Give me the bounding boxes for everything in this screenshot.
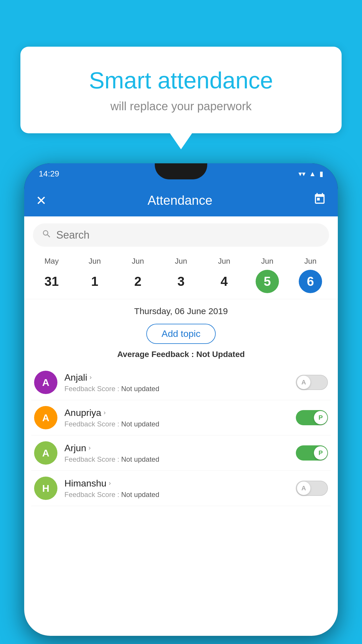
student-avatar: A xyxy=(34,441,57,465)
student-avatar: A xyxy=(34,406,57,429)
student-item[interactable]: HHimanshu ›Feedback Score : Not updatedA xyxy=(31,471,331,506)
cal-date-number[interactable]: 1 xyxy=(83,270,106,293)
calendar-day[interactable]: May31 xyxy=(40,257,63,293)
battery-icon: ▮ xyxy=(319,170,323,178)
student-list: AAnjali ›Feedback Score : Not updatedAAA… xyxy=(24,365,338,506)
phone-frame: 14:29 ▾▾ ▲ ▮ ✕ Attendance May31Jun1 xyxy=(24,163,338,636)
student-feedback: Feedback Score : Not updated xyxy=(64,491,296,499)
cal-month-label: Jun xyxy=(132,257,144,266)
app-bar-title: Attendance xyxy=(147,193,212,208)
cal-date-number[interactable]: 2 xyxy=(126,270,150,293)
avg-feedback-label: Average Feedback : xyxy=(117,350,194,359)
cal-date-number[interactable]: 3 xyxy=(169,270,193,293)
calendar-day[interactable]: Jun2 xyxy=(126,257,150,293)
student-name: Anjali › xyxy=(64,372,296,383)
cal-month-label: May xyxy=(44,257,59,266)
search-input[interactable] xyxy=(56,229,320,241)
status-time: 14:29 xyxy=(39,169,59,178)
student-feedback: Feedback Score : Not updated xyxy=(64,420,296,428)
avg-feedback: Average Feedback : Not Updated xyxy=(24,350,338,359)
avg-feedback-value: Not Updated xyxy=(196,350,245,359)
chevron-icon: › xyxy=(89,374,92,381)
speech-bubble: Smart attendance will replace your paper… xyxy=(20,47,342,133)
speech-bubble-title: Smart attendance xyxy=(44,67,318,94)
calendar-day[interactable]: Jun5 xyxy=(256,257,279,293)
close-icon[interactable]: ✕ xyxy=(36,193,47,208)
attendance-toggle[interactable]: P xyxy=(296,445,328,461)
status-bar: 14:29 ▾▾ ▲ ▮ xyxy=(24,163,338,184)
add-topic-button[interactable]: Add topic xyxy=(146,324,215,344)
toggle-thumb: P xyxy=(314,411,327,424)
toggle-thumb: A xyxy=(297,482,310,495)
student-avatar: H xyxy=(34,477,57,500)
student-feedback: Feedback Score : Not updated xyxy=(64,455,296,463)
search-bar[interactable] xyxy=(33,223,329,247)
speech-bubble-container: Smart attendance will replace your paper… xyxy=(20,47,342,133)
chevron-icon: › xyxy=(103,409,106,416)
cal-date-number[interactable]: 4 xyxy=(212,270,236,293)
calendar-day[interactable]: Jun4 xyxy=(212,257,236,293)
app-bar: ✕ Attendance xyxy=(24,184,338,216)
attendance-toggle[interactable]: A xyxy=(296,375,328,390)
student-info: Himanshu ›Feedback Score : Not updated xyxy=(64,478,296,499)
calendar-day[interactable]: Jun3 xyxy=(169,257,193,293)
speech-bubble-subtitle: will replace your paperwork xyxy=(44,100,318,113)
calendar-strip: May31Jun1Jun2Jun3Jun4Jun5Jun6 xyxy=(24,254,338,299)
signal-icon: ▲ xyxy=(309,170,316,178)
attendance-toggle[interactable]: P xyxy=(296,410,328,425)
student-avatar: A xyxy=(34,371,57,394)
phone-screen: May31Jun1Jun2Jun3Jun4Jun5Jun6 Thursday, … xyxy=(24,216,338,636)
cal-date-number[interactable]: 6 xyxy=(299,270,322,293)
cal-month-label: Jun xyxy=(261,257,273,266)
calendar-icon[interactable] xyxy=(313,192,326,208)
cal-date-number[interactable]: 31 xyxy=(40,270,63,293)
chevron-icon: › xyxy=(109,480,111,487)
cal-month-label: Jun xyxy=(175,257,187,266)
status-icons: ▾▾ ▲ ▮ xyxy=(298,170,323,178)
search-icon xyxy=(42,229,52,241)
calendar-day[interactable]: Jun6 xyxy=(299,257,322,293)
toggle-thumb: A xyxy=(297,376,310,389)
student-name: Himanshu › xyxy=(64,478,296,489)
student-item[interactable]: AArjun ›Feedback Score : Not updatedP xyxy=(31,435,331,471)
cal-month-label: Jun xyxy=(218,257,230,266)
student-name: Anupriya › xyxy=(64,407,296,418)
phone-notch xyxy=(155,163,207,179)
student-feedback: Feedback Score : Not updated xyxy=(64,385,296,393)
student-info: Anupriya ›Feedback Score : Not updated xyxy=(64,407,296,428)
cal-month-label: Jun xyxy=(304,257,317,266)
student-item[interactable]: AAnjali ›Feedback Score : Not updatedA xyxy=(31,365,331,400)
student-info: Arjun ›Feedback Score : Not updated xyxy=(64,443,296,463)
student-info: Anjali ›Feedback Score : Not updated xyxy=(64,372,296,393)
cal-month-label: Jun xyxy=(89,257,101,266)
cal-date-number[interactable]: 5 xyxy=(256,270,279,293)
toggle-thumb: P xyxy=(314,446,327,460)
selected-date-label: Thursday, 06 June 2019 xyxy=(24,299,338,321)
student-item[interactable]: AAnupriya ›Feedback Score : Not updatedP xyxy=(31,400,331,435)
wifi-icon: ▾▾ xyxy=(298,170,305,178)
calendar-day[interactable]: Jun1 xyxy=(83,257,106,293)
chevron-icon: › xyxy=(89,444,91,452)
attendance-toggle[interactable]: A xyxy=(296,481,328,496)
student-name: Arjun › xyxy=(64,443,296,454)
